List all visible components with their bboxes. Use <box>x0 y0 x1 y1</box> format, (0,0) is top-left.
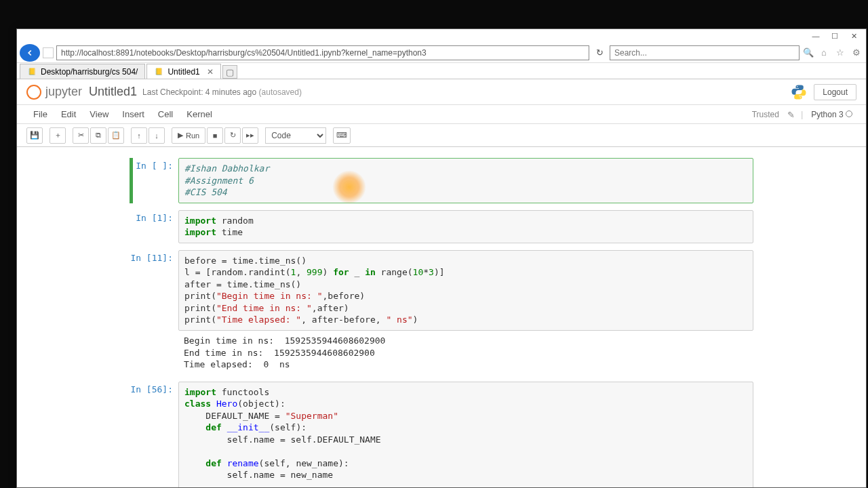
tools-icon[interactable]: ⚙ <box>850 46 863 60</box>
home-icon[interactable]: ⌂ <box>817 46 831 60</box>
kernel-idle-icon <box>846 110 852 117</box>
interrupt-button[interactable]: ■ <box>207 127 223 144</box>
tab-title: Desktop/harrisburg/cs 504/ <box>41 67 138 77</box>
favorites-icon[interactable]: ☆ <box>833 46 847 60</box>
cell-body: import functools class Hero(object): DEF… <box>178 382 753 487</box>
notebook-cell[interactable]: In [1]:import random import time <box>130 210 753 243</box>
move-down-button[interactable]: ↓ <box>149 127 165 144</box>
cell-prompt: In [1]: <box>130 210 178 243</box>
notebook-body[interactable]: In [ ]:#Ishan Dabholkar #Assignment 6 #C… <box>17 147 866 487</box>
url-input[interactable] <box>56 45 589 60</box>
cell-type-select[interactable]: Code <box>265 127 326 144</box>
tab-title: Untitled1 <box>167 67 199 77</box>
browser-tab-0[interactable]: 📒 Desktop/harrisburg/cs 504/ <box>20 64 145 79</box>
copy-button[interactable]: ⧉ <box>90 127 106 144</box>
notebook-cell[interactable]: In [56]:import functools class Hero(obje… <box>130 382 753 487</box>
jupyter-header: jupyter Untitled1 Last Checkpoint: 4 min… <box>17 79 866 105</box>
jupyter-logo[interactable]: jupyter <box>26 85 82 100</box>
back-button[interactable] <box>20 44 40 62</box>
jupyter-tab-icon: 📒 <box>154 67 163 77</box>
paste-button[interactable]: 📋 <box>108 127 124 144</box>
browser-tabs: 📒 Desktop/harrisburg/cs 504/ 📒 Untitled1… <box>17 63 866 79</box>
code-input[interactable]: import functools class Hero(object): DEF… <box>178 382 753 487</box>
close-button[interactable]: ✕ <box>844 30 863 42</box>
jupyter-brand-text: jupyter <box>45 85 82 99</box>
menu-cell[interactable]: Cell <box>151 106 180 122</box>
browser-window: — ☐ ✕ ↻ 🔍 ⌂ ☆ ⚙ 📒 Desktop/harrisburg/cs … <box>16 28 867 488</box>
code-input[interactable]: #Ishan Dabholkar #Assignment 6 #CIS 504 <box>178 158 753 203</box>
tab-close-icon[interactable]: ✕ <box>207 67 214 77</box>
restart-button[interactable]: ↻ <box>224 127 241 144</box>
browser-tab-1[interactable]: 📒 Untitled1 ✕ <box>146 64 220 79</box>
window-titlebar: — ☐ ✕ <box>17 29 866 43</box>
command-palette-button[interactable]: ⌨ <box>333 127 351 144</box>
jupyter-logo-icon <box>26 85 41 100</box>
checkpoint-text: Last Checkpoint: 4 minutes ago (autosave… <box>142 87 302 97</box>
page-icon <box>43 47 54 58</box>
jupyter-menubar: File Edit View Insert Cell Kernel Truste… <box>17 105 866 124</box>
address-bar-row: ↻ 🔍 ⌂ ☆ ⚙ <box>17 43 866 63</box>
menu-kernel[interactable]: Kernel <box>180 106 219 122</box>
notebook-name[interactable]: Untitled1 <box>89 85 137 99</box>
trusted-indicator[interactable]: Trusted <box>748 108 783 121</box>
run-button[interactable]: ▶ Run <box>172 127 205 144</box>
jupyter-toolbar: 💾 ＋ ✂ ⧉ 📋 ↑ ↓ ▶ Run ■ ↻ ▸▸ Code <box>17 124 866 147</box>
cell-output: Begin time in ns: 1592535944608602900 En… <box>178 331 753 375</box>
new-tab-button[interactable]: ▢ <box>222 65 237 79</box>
cell-body: before = time.time_ns() l = [random.rand… <box>178 250 753 375</box>
minimize-button[interactable]: — <box>806 30 825 42</box>
notebook-cell[interactable]: In [11]:before = time.time_ns() l = [ran… <box>130 250 753 375</box>
kernel-name[interactable]: Python 3 <box>807 108 856 121</box>
logout-button[interactable]: Logout <box>814 84 856 100</box>
cell-prompt: In [ ]: <box>130 158 178 203</box>
code-input[interactable]: before = time.time_ns() l = [random.rand… <box>178 250 753 331</box>
notebook-cell[interactable]: In [ ]:#Ishan Dabholkar #Assignment 6 #C… <box>130 158 753 203</box>
search-go-icon[interactable]: 🔍 <box>802 47 814 58</box>
move-up-button[interactable]: ↑ <box>131 127 147 144</box>
cut-button[interactable]: ✂ <box>73 127 89 144</box>
cell-prompt: In [11]: <box>130 250 178 375</box>
save-button[interactable]: 💾 <box>26 127 43 144</box>
menu-insert[interactable]: Insert <box>115 106 151 122</box>
python-icon <box>791 84 807 100</box>
pencil-icon[interactable]: ✎ <box>787 110 797 119</box>
maximize-button[interactable]: ☐ <box>825 30 844 42</box>
jupyter-tab-icon: 📒 <box>27 67 37 77</box>
menu-file[interactable]: File <box>26 106 54 122</box>
menu-view[interactable]: View <box>83 106 115 122</box>
insert-cell-button[interactable]: ＋ <box>50 127 66 144</box>
jupyter-app: jupyter Untitled1 Last Checkpoint: 4 min… <box>17 79 866 487</box>
cell-body: #Ishan Dabholkar #Assignment 6 #CIS 504 <box>178 158 753 203</box>
restart-run-all-button[interactable]: ▸▸ <box>242 127 258 144</box>
code-input[interactable]: import random import time <box>178 210 753 243</box>
menu-edit[interactable]: Edit <box>54 106 83 122</box>
cell-body: import random import time <box>178 210 753 243</box>
browser-search-input[interactable] <box>610 45 800 60</box>
cell-prompt: In [56]: <box>130 382 178 487</box>
refresh-button[interactable]: ↻ <box>592 45 607 60</box>
